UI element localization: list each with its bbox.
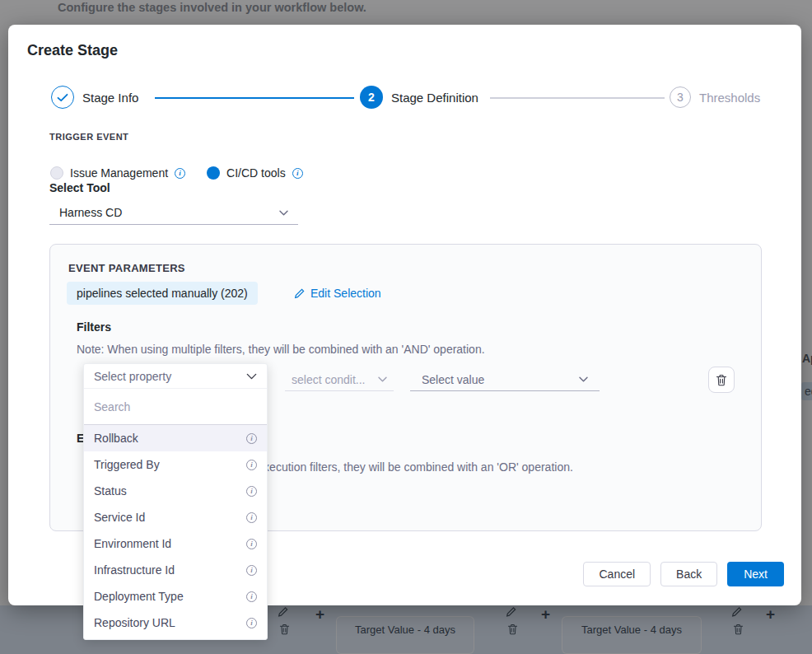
pencil-icon [294,288,305,299]
condition-select[interactable]: select condit... [285,368,394,391]
info-icon[interactable]: i [246,433,257,444]
radio-label: CI/CD tools [226,166,286,180]
dialog-footer: Cancel Back Next [583,562,784,586]
radio-issue-management[interactable]: Issue Management i [50,166,185,180]
value-select-value: Select value [422,373,484,386]
menu-item-triggered-by[interactable]: Triggered By i [84,451,267,478]
select-tool-label: Select Tool [49,181,110,194]
step-number-circle: 3 [670,86,691,108]
info-icon[interactable]: i [292,168,303,179]
chevron-down-icon [246,373,257,380]
step-label: Stage Info [82,91,138,105]
dialog-title: Create Stage [27,42,118,59]
filters-note: Note: When using multiple filters, they … [77,343,485,356]
filters-title: Filters [77,320,111,334]
menu-item-label: Rollback [94,432,138,445]
menu-item-label: Status [94,484,127,498]
info-icon[interactable]: i [246,591,257,602]
tool-select-value: Harness CD [59,206,122,219]
trigger-event-radio-group: Issue Management i CI/CD tools i [50,166,324,180]
condition-select-value: select condit... [292,373,366,386]
tool-select[interactable]: Harness CD [49,201,298,225]
edit-selection-label: Edit Selection [310,287,381,300]
info-icon[interactable]: i [175,168,185,179]
menu-item-deployment-type[interactable]: Deployment Type i [84,583,267,610]
event-parameters-title: EVENT PARAMETERS [68,262,185,274]
check-icon [57,93,68,102]
property-select[interactable]: Select property [84,364,267,389]
event-parameters-panel: EVENT PARAMETERS pipelines selected manu… [49,244,762,531]
next-button[interactable]: Next [727,562,784,586]
menu-item-infrastructure-id[interactable]: Infrastructure Id i [84,557,267,583]
delete-filter-button[interactable] [708,367,735,393]
menu-item-label: Service Id [94,511,145,524]
info-icon[interactable]: i [246,486,257,497]
step-thresholds[interactable]: 3 Thresholds [670,86,760,108]
menu-item-label: Infrastructure Id [94,563,175,577]
step-label: Stage Definition [391,91,478,105]
property-menu: Rollback i Triggered By i Status i Servi… [84,425,267,639]
step-stage-info[interactable]: Stage Info [51,86,138,109]
radio-unselected-icon[interactable] [50,166,63,180]
property-select-value: Select property [94,370,171,383]
trigger-event-label: TRIGGER EVENT [49,132,128,142]
cancel-button[interactable]: Cancel [583,562,651,586]
chevron-down-icon [279,210,288,216]
menu-item-label: Triggered By [94,458,160,471]
menu-item-environment-id[interactable]: Environment Id i [84,530,267,557]
menu-item-status[interactable]: Status i [84,478,267,504]
info-icon[interactable]: i [246,539,257,549]
stepper-connector [490,97,665,99]
step-label: Thresholds [699,91,760,105]
step-stage-definition[interactable]: 2 Stage Definition [360,86,478,109]
radio-cicd-tools[interactable]: CI/CD tools i [207,166,303,180]
property-select-popup: Select property Rollback i Triggered By … [83,363,268,640]
selection-chip: pipelines selected manually (202) [67,282,258,305]
info-icon[interactable]: i [246,618,257,628]
menu-item-label: Environment Id [94,537,171,550]
back-button[interactable]: Back [660,562,717,586]
step-check-circle [51,86,74,109]
menu-item-repository-url[interactable]: Repository URL i [84,610,267,636]
stepper-connector [155,97,354,99]
screen: Configure the stages involved in your wo… [0,0,812,654]
menu-item-rollback[interactable]: Rollback i [84,425,267,451]
menu-item-label: Deployment Type [94,590,184,603]
menu-item-label: Repository URL [94,616,175,629]
chevron-down-icon [579,376,588,382]
create-stage-dialog: Create Stage Stage Info 2 Stage Definiti… [8,25,801,605]
step-number-circle: 2 [360,86,383,109]
edit-selection-button[interactable]: Edit Selection [294,282,381,305]
info-icon[interactable]: i [246,565,257,576]
search-input[interactable] [84,389,267,425]
trash-icon [716,374,727,386]
menu-item-service-id[interactable]: Service Id i [84,504,267,530]
radio-selected-icon[interactable] [207,166,220,180]
info-icon[interactable]: i [246,512,257,523]
chevron-down-icon [378,376,387,382]
info-icon[interactable]: i [246,460,257,470]
value-select[interactable]: Select value [410,368,600,391]
radio-label: Issue Management [70,166,168,180]
